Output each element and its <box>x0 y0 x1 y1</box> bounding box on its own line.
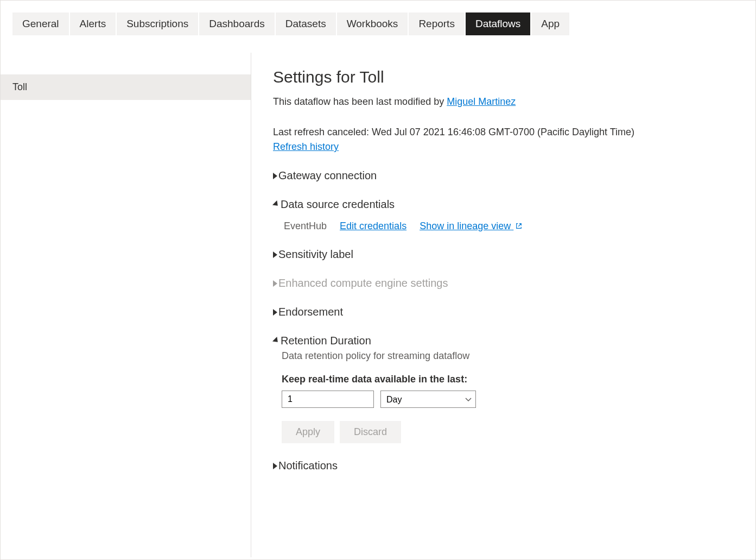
edit-credentials-link[interactable]: Edit credentials <box>340 221 406 232</box>
retention-description: Data retention policy for streaming data… <box>273 350 734 362</box>
tab-dashboards[interactable]: Dashboards <box>199 12 274 35</box>
external-link-icon <box>516 221 522 227</box>
discard-button[interactable]: Discard <box>340 421 401 443</box>
tab-alerts[interactable]: Alerts <box>70 12 116 35</box>
chevron-right-icon <box>273 251 277 258</box>
section-sensitivity-label[interactable]: Sensitivity label <box>273 248 734 261</box>
chevron-right-icon <box>273 309 277 316</box>
retention-unit-select[interactable]: Day <box>380 391 476 408</box>
tab-dataflows[interactable]: Dataflows <box>466 12 530 35</box>
credentials-row: EventHub Edit credentials Show in lineag… <box>284 221 734 232</box>
section-retention-duration[interactable]: Retention Duration <box>273 335 734 347</box>
modified-by-text: This dataflow has been last modified by … <box>273 96 734 108</box>
retention-value-input[interactable] <box>282 391 374 408</box>
section-label: Sensitivity label <box>278 248 353 261</box>
modified-user-link[interactable]: Miguel Martinez <box>447 96 516 107</box>
section-label: Enhanced compute engine settings <box>278 277 448 290</box>
tab-workbooks[interactable]: Workbooks <box>337 12 408 35</box>
chevron-right-icon <box>273 173 277 179</box>
lineage-link-text: Show in lineage view <box>420 221 511 231</box>
chevron-right-icon <box>273 463 277 469</box>
chevron-right-icon <box>273 280 277 287</box>
chevron-down-icon <box>272 336 280 344</box>
section-label: Gateway connection <box>278 169 377 182</box>
tab-reports[interactable]: Reports <box>409 12 465 35</box>
section-data-source-credentials[interactable]: Data source credentials <box>273 198 734 211</box>
tab-subscriptions[interactable]: Subscriptions <box>117 12 198 35</box>
sidebar: Toll <box>1 53 251 557</box>
tab-datasets[interactable]: Datasets <box>276 12 336 35</box>
section-enhanced-compute: Enhanced compute engine settings <box>273 277 734 290</box>
section-label: Endorsement <box>278 306 343 318</box>
section-gateway-connection[interactable]: Gateway connection <box>273 169 734 182</box>
section-label: Notifications <box>278 460 338 472</box>
modified-prefix: This dataflow has been last modified by <box>273 96 447 107</box>
section-label: Retention Duration <box>281 335 371 347</box>
tabs-bar: General Alerts Subscriptions Dashboards … <box>1 1 755 35</box>
section-endorsement[interactable]: Endorsement <box>273 306 734 318</box>
data-source-name: EventHub <box>284 221 327 232</box>
apply-button[interactable]: Apply <box>282 421 334 443</box>
show-in-lineage-link[interactable]: Show in lineage view <box>420 221 522 232</box>
main-panel: Settings for Toll This dataflow has been… <box>251 53 755 557</box>
section-label: Data source credentials <box>281 198 395 211</box>
section-notifications[interactable]: Notifications <box>273 460 734 472</box>
last-refresh-status: Last refresh canceled: Wed Jul 07 2021 1… <box>273 125 734 140</box>
sidebar-item-toll[interactable]: Toll <box>1 74 251 100</box>
page-title: Settings for Toll <box>273 68 734 86</box>
tab-app[interactable]: App <box>531 12 569 35</box>
refresh-history-link[interactable]: Refresh history <box>273 141 339 152</box>
tab-general[interactable]: General <box>12 12 69 35</box>
chevron-down-icon <box>272 200 280 207</box>
retention-keep-label: Keep real-time data available in the las… <box>282 374 734 385</box>
